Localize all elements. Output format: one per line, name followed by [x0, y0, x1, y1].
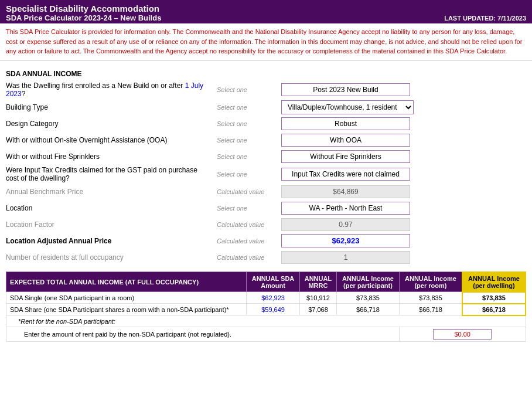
location-factor-middle: Calculated value [217, 221, 281, 228]
location-factor-label: Location Factor [6, 220, 217, 229]
table-header-per-room: ANNUAL Income (per room) [399, 272, 462, 292]
location-factor-row: Location Factor Calculated value [6, 218, 526, 232]
new-build-label: Was the Dwelling first enrolled as a New… [6, 82, 217, 98]
row2-per-room: $66,718 [399, 304, 462, 315]
app-title: Specialist Disability Accommodation [6, 4, 526, 13]
row1-per-room: $73,835 [399, 292, 462, 304]
disclaimer-text: This SDA Price Calculator is provided fo… [0, 23, 532, 60]
page-subtitle: SDA Price Calculator 2023-24 – New Build… [6, 13, 161, 22]
income-table: EXPECTED TOTAL ANNUAL INCOME (AT FULL OC… [6, 272, 526, 342]
income-table-section: EXPECTED TOTAL ANNUAL INCOME (AT FULL OC… [6, 272, 526, 342]
row1-label: SDA Single (one SDA participant in a roo… [6, 292, 247, 304]
rent-value-input[interactable] [433, 329, 492, 340]
table-header-per-dwelling: ANNUAL Income (per dwelling) [462, 272, 526, 292]
location-adjusted-middle: Calculated value [217, 237, 281, 245]
num-residents-row: Number of residents at full occupancy Ca… [6, 250, 526, 264]
new-build-middle: Select one [217, 86, 281, 93]
row2-mrrc: $7,068 [299, 304, 336, 315]
location-row: Location Select one [6, 201, 526, 215]
new-build-row: Was the Dwelling first enrolled as a New… [6, 82, 526, 98]
design-category-label: Design Category [6, 120, 217, 128]
section-title: SDA ANNUAL INCOME [6, 70, 526, 78]
building-type-label: Building Type [6, 103, 217, 111]
row2-annual-sda: $59,649 [247, 304, 300, 315]
location-label: Location [6, 204, 217, 212]
fire-sprinklers-row: With or without Fire Sprinklers Select o… [6, 150, 526, 164]
location-adjusted-label: Location Adjusted Annual Price [6, 237, 217, 245]
table-row: SDA Share (one SDA Participant shares a … [6, 304, 526, 315]
july-2023-link[interactable]: 1 July 2023 [6, 82, 203, 98]
ooa-input[interactable] [281, 134, 410, 147]
table-row: SDA Single (one SDA participant in a roo… [6, 292, 526, 304]
input-tax-input[interactable] [281, 168, 410, 181]
building-type-middle: Select one [217, 104, 281, 111]
row1-mrrc: $10,912 [299, 292, 336, 304]
building-type-row: Building Type Select one Villa/Duplex/To… [6, 100, 526, 114]
input-tax-row: Were Input Tax Credits claimed for the G… [6, 166, 526, 182]
row1-annual-sda: $62,923 [247, 292, 300, 304]
fire-sprinklers-label: With or without Fire Sprinklers [6, 152, 217, 161]
row2-per-dwelling: $66,718 [462, 304, 526, 315]
annual-benchmark-label: Annual Benchmark Price [6, 188, 217, 196]
design-category-row: Design Category Select one [6, 117, 526, 131]
input-tax-middle: Select one [217, 171, 281, 178]
table-header-per-participant: ANNUAL Income (per participant) [337, 272, 400, 292]
annual-benchmark-row: Annual Benchmark Price Calculated value [6, 185, 526, 199]
row1-per-participant: $73,835 [337, 292, 400, 304]
location-adjusted-input [281, 234, 410, 247]
design-category-middle: Select one [217, 120, 281, 127]
row2-label: SDA Share (one SDA Participant shares a … [6, 304, 247, 315]
ooa-label: With or without On-site Overnight Assist… [6, 136, 217, 144]
ooa-row: With or without On-site Overnight Assist… [6, 133, 526, 147]
building-type-select[interactable]: Villa/Duplex/Townhouse, 1 resident [281, 100, 414, 114]
num-residents-input [281, 251, 410, 264]
location-middle: Select one [217, 205, 281, 212]
annual-benchmark-input [281, 185, 410, 198]
rent-input-row: Enter the amount of rent paid by the non… [6, 327, 526, 341]
location-adjusted-row: Location Adjusted Annual Price Calculate… [6, 234, 526, 248]
new-build-input[interactable] [281, 83, 410, 96]
row2-per-participant: $66,718 [337, 304, 400, 315]
ooa-middle: Select one [217, 137, 281, 144]
table-header-description: EXPECTED TOTAL ANNUAL INCOME (AT FULL OC… [6, 272, 247, 292]
table-header-annual-sda: ANNUAL SDA Amount [247, 272, 300, 292]
location-input[interactable] [281, 202, 410, 215]
row1-per-dwelling: $73,835 [462, 292, 526, 304]
last-updated: LAST UPDATED: 7/11/2023 [444, 15, 526, 22]
input-tax-label: Were Input Tax Credits claimed for the G… [6, 166, 217, 182]
num-residents-label: Number of residents at full occupancy [6, 253, 217, 262]
header: Specialist Disability Accommodation SDA … [0, 0, 532, 23]
rent-note: *Rent for the non-SDA participant: [6, 315, 526, 327]
location-factor-input [281, 218, 410, 231]
annual-benchmark-middle: Calculated value [217, 188, 281, 195]
design-category-input[interactable] [281, 117, 410, 130]
fire-sprinklers-middle: Select one [217, 153, 281, 160]
num-residents-middle: Calculated value [217, 254, 281, 261]
rent-note-row: *Rent for the non-SDA participant: [6, 315, 526, 327]
fire-sprinklers-input[interactable] [281, 150, 410, 163]
table-header-mrrc: ANNUAL MRRC [299, 272, 336, 292]
rent-label: Enter the amount of rent paid by the non… [6, 327, 400, 341]
